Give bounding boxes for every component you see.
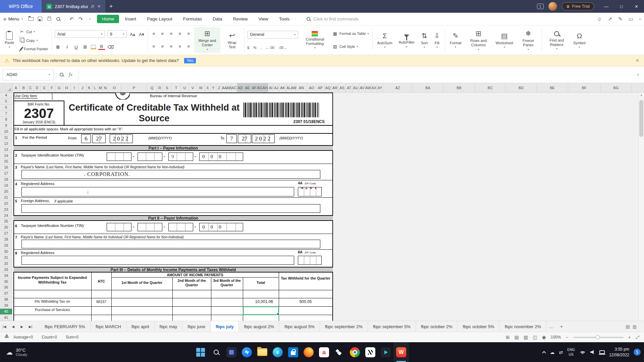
fill-color-button[interactable] (91, 45, 96, 49)
column-header-j[interactable]: J (78, 83, 87, 92)
print-preview-button[interactable] (54, 15, 63, 23)
tab-tools[interactable]: Tools (274, 15, 295, 23)
row-header-23[interactable]: 23 (0, 206, 12, 213)
underline-button[interactable]: U (73, 45, 79, 50)
payor-tin-group1[interactable] (107, 223, 131, 231)
decrease-font-button[interactable]: A▾ (138, 32, 145, 37)
payor-address-field[interactable] (21, 256, 294, 265)
sync-icon[interactable]: ⇄ (559, 350, 563, 355)
column-header-ak[interactable]: AK (279, 83, 286, 92)
tab-insert[interactable]: Insert (120, 15, 141, 23)
avatar[interactable] (548, 2, 557, 11)
clear-format-button[interactable]: ⌫ (107, 44, 114, 50)
column-header-a[interactable]: A (12, 83, 20, 92)
normal-view-icon[interactable]: ▤ (515, 335, 519, 340)
wps-office-icon[interactable] (393, 342, 409, 362)
number-format-select[interactable]: General ▾ (247, 31, 298, 39)
column-header-s[interactable]: S (163, 83, 172, 92)
sheet-tab-fbpc-october-5-[interactable]: fbpc october 5% (458, 321, 500, 332)
row-header-37[interactable]: 37 (0, 291, 12, 297)
tab-review[interactable]: Review (228, 15, 253, 23)
column-header-o[interactable]: O (108, 83, 121, 92)
align-right-button[interactable]: ≡ (168, 44, 174, 49)
format-button[interactable]: ✎ Format ▾ (448, 27, 464, 53)
dropbox-icon[interactable] (332, 342, 347, 362)
collapse-ribbon-icon[interactable]: ▴ (639, 17, 641, 20)
cut-button[interactable]: ✂ Cut ▾ (18, 29, 49, 35)
language-indicator[interactable]: ENG US (567, 348, 575, 356)
scroll-up-icon[interactable]: ▴ (639, 93, 644, 97)
row-header-36[interactable]: 36 (0, 285, 12, 291)
format-painter-button[interactable]: Format Painter (18, 46, 49, 51)
free-trial-badge[interactable]: ♛ Free Trial (562, 2, 594, 10)
edge-icon[interactable] (270, 342, 285, 362)
payor-zip-field[interactable]: ··· (298, 256, 322, 265)
increase-indent-button[interactable]: ≡ (185, 31, 192, 36)
wps-office-tab[interactable]: WPS Office (0, 0, 42, 13)
edit-mode-icon[interactable]: ✎ (618, 16, 623, 22)
column-header-w[interactable]: W (197, 83, 205, 92)
row-header-22[interactable]: 22 (0, 200, 12, 206)
fill-button[interactable]: ⇩ Fill ▾ (432, 27, 442, 53)
first-sheet-button[interactable]: |◀ (0, 325, 9, 328)
from-year-cell[interactable]: 2022 (110, 134, 133, 143)
column-header-b[interactable]: B (20, 83, 28, 92)
page-layout-view-icon[interactable]: ▥ (524, 335, 528, 340)
row-header-33[interactable]: 33 (0, 266, 12, 273)
column-header-l[interactable]: L (92, 83, 98, 92)
row-header-35[interactable]: 35 (0, 279, 12, 285)
capcut-icon[interactable] (363, 342, 378, 362)
column-header-be[interactable]: BE (537, 83, 568, 92)
column-header-ax[interactable]: AX (371, 83, 377, 92)
row-header-10[interactable]: 10 (0, 128, 12, 134)
row-header-21[interactable]: 21 (0, 194, 12, 200)
row-header-39[interactable]: 39 (0, 303, 12, 309)
payee-tin-group4[interactable]: 000 (199, 153, 243, 161)
vertical-scrollbar[interactable]: ▴ (638, 93, 644, 321)
sheet-options-icon[interactable]: ▥ (633, 324, 637, 329)
fx-icon[interactable]: fx (69, 72, 72, 77)
fullscreen-icon[interactable]: ⤢ (636, 335, 639, 340)
payee-zip-field[interactable]: 4201 (298, 187, 322, 196)
column-header-h[interactable]: H (63, 83, 70, 92)
row-header-16[interactable]: 16 (0, 165, 12, 171)
prev-sheet-button[interactable]: ◀ (9, 325, 17, 328)
column-header-bd[interactable]: BD (506, 83, 537, 92)
next-sheet-button[interactable]: ▶ (17, 325, 26, 328)
formula-search-icon[interactable] (60, 73, 63, 76)
column-header-ad[interactable]: AD (237, 83, 244, 92)
notification-badge[interactable]: 5 (634, 349, 641, 356)
paste-button[interactable]: Paste ▾ (3, 27, 16, 53)
tax-withheld-cell[interactable]: 500.05 (279, 299, 332, 304)
row-header-25[interactable]: 25 (0, 219, 12, 225)
tab-formulas[interactable]: Formulas (178, 15, 207, 23)
menu-button[interactable]: ≡ Menu ∨ (3, 16, 23, 22)
row-header-15[interactable]: 15 (0, 159, 12, 165)
onedrive-cloud-icon[interactable]: ☁ (550, 350, 554, 355)
to-day-cell[interactable]: 27 (238, 134, 251, 143)
row-header-20[interactable]: 20 (0, 189, 12, 195)
payee-address-field[interactable]: ; (21, 187, 294, 196)
payor-tin-group3[interactable] (168, 223, 193, 231)
sheet-tab-fbpc-october-2-[interactable]: fbpc october 2% (416, 321, 458, 332)
grid-view-icon[interactable]: ⊞ (506, 335, 510, 340)
row-header-38[interactable]: 38 (0, 297, 12, 303)
expand-formula-bar-icon[interactable]: ∨ (632, 72, 644, 77)
tab-view[interactable]: View (254, 15, 273, 23)
from-day-cell[interactable]: 27 (92, 134, 106, 143)
font-size-select[interactable]: 8 ▾ (107, 30, 127, 38)
column-header-ba[interactable]: BA (413, 83, 443, 92)
italic-button[interactable]: I (64, 44, 70, 50)
sheet-tab-fbpc-june[interactable]: fbpc june (182, 321, 211, 332)
row-header-7[interactable]: 7 (0, 111, 12, 117)
save-button[interactable] (36, 15, 45, 23)
decrease-indent-button[interactable]: ≡ (177, 31, 183, 36)
zoom-slider-knob[interactable] (596, 335, 600, 339)
column-header-as[interactable]: AS (338, 83, 346, 92)
sheet-tab-fbpc-july[interactable]: fbpc july (211, 321, 239, 332)
column-header-p[interactable]: P (121, 83, 147, 92)
tab-data[interactable]: Data (208, 15, 227, 23)
column-header-ai[interactable]: AI (268, 83, 273, 92)
volume-icon[interactable] (590, 350, 595, 354)
column-header-ao[interactable]: AO (307, 83, 316, 92)
